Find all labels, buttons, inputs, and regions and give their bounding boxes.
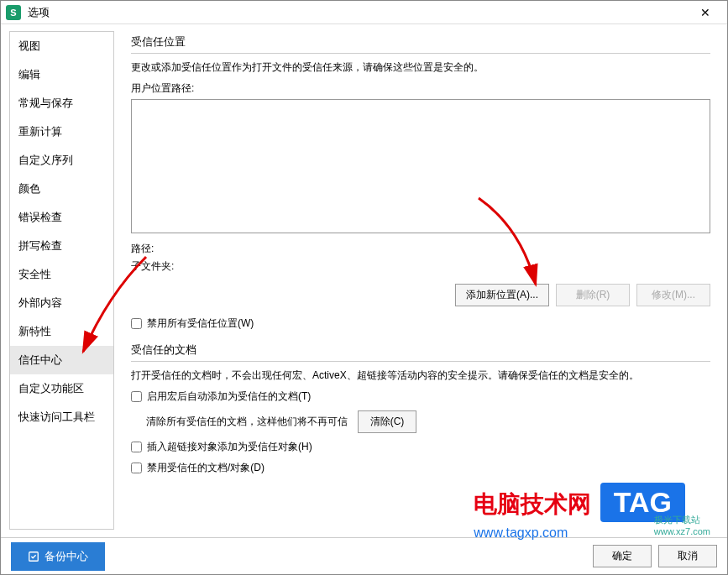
user-path-label: 用户位置路径:: [131, 81, 710, 96]
trusted-docs-title: 受信任的文档: [131, 342, 710, 362]
clear-desc: 清除所有受信任的文档，这样他们将不再可信: [146, 415, 348, 429]
backup-center-label: 备份中心: [45, 549, 88, 564]
modify-button: 修改(M)...: [636, 284, 710, 306]
backup-center-button[interactable]: 备份中心: [11, 542, 105, 571]
close-button[interactable]: ✕: [689, 1, 722, 24]
titlebar: S 选项 ✕: [1, 1, 727, 24]
disable-all-trusted-checkbox-row[interactable]: 禁用所有受信任位置(W): [131, 316, 710, 331]
path-label: 路径:: [131, 242, 190, 256]
sidebar-item-general-save[interactable]: 常规与保存: [10, 89, 113, 118]
subfolder-row: 子文件夹:: [131, 259, 710, 274]
sidebar-item-recalc[interactable]: 重新计算: [10, 118, 113, 146]
footer: 备份中心 确定 取消: [1, 537, 727, 574]
auto-add-checkbox-row[interactable]: 启用宏后自动添加为受信任的文档(T): [131, 389, 710, 404]
disable-all-trusted-label: 禁用所有受信任位置(W): [147, 316, 254, 331]
backup-icon: [28, 551, 39, 562]
hyperlink-checkbox[interactable]: [131, 442, 142, 452]
sidebar-item-external[interactable]: 外部内容: [10, 289, 113, 317]
trusted-location-desc: 更改或添加受信任位置作为打开文件的受信任来源，请确保这些位置是安全的。: [131, 60, 710, 75]
disable-docs-label: 禁用受信任的文档/对象(D): [147, 461, 264, 475]
path-row: 路径:: [131, 242, 710, 256]
sidebar-item-view[interactable]: 视图: [10, 32, 113, 60]
auto-add-label: 启用宏后自动添加为受信任的文档(T): [147, 389, 311, 404]
trusted-docs-desc: 打开受信任的文档时，不会出现任何宏、ActiveX、超链接等活动内容的安全提示。…: [131, 369, 710, 383]
close-icon: ✕: [700, 6, 710, 19]
main: 视图 编辑 常规与保存 重新计算 自定义序列 颜色 错误检查 拼写检查 安全性 …: [1, 24, 727, 536]
disable-docs-checkbox[interactable]: [131, 463, 142, 473]
sidebar-item-quick-access[interactable]: 快速访问工具栏: [10, 403, 113, 431]
sidebar-item-security[interactable]: 安全性: [10, 260, 113, 289]
clear-row: 清除所有受信任的文档，这样他们将不再可信 清除(C): [146, 410, 710, 433]
delete-button: 删除(R): [556, 284, 630, 306]
trusted-location-title: 受信任位置: [131, 34, 710, 54]
sidebar-item-trust-center[interactable]: 信任中心: [10, 346, 113, 374]
sidebar-item-custom-ribbon[interactable]: 自定义功能区: [10, 374, 113, 403]
sidebar: 视图 编辑 常规与保存 重新计算 自定义序列 颜色 错误检查 拼写检查 安全性 …: [9, 31, 114, 530]
hyperlink-checkbox-row[interactable]: 插入超链接对象添加为受信任对象(H): [131, 440, 710, 454]
sidebar-item-color[interactable]: 颜色: [10, 175, 113, 203]
hyperlink-label: 插入超链接对象添加为受信任对象(H): [147, 440, 312, 454]
sidebar-item-new-feature[interactable]: 新特性: [10, 317, 113, 346]
trusted-button-row: 添加新位置(A)... 删除(R) 修改(M)...: [131, 284, 710, 306]
sidebar-item-spell-check[interactable]: 拼写检查: [10, 232, 113, 260]
disable-all-trusted-checkbox[interactable]: [131, 318, 142, 329]
sidebar-item-custom-seq[interactable]: 自定义序列: [10, 146, 113, 175]
disable-docs-checkbox-row[interactable]: 禁用受信任的文档/对象(D): [131, 461, 710, 475]
clear-button[interactable]: 清除(C): [358, 410, 416, 433]
ok-button[interactable]: 确定: [593, 545, 652, 567]
app-icon: S: [6, 5, 21, 20]
subfolder-label: 子文件夹:: [131, 259, 190, 274]
add-location-button[interactable]: 添加新位置(A)...: [455, 284, 549, 306]
cancel-button[interactable]: 取消: [658, 545, 717, 567]
window-title: 选项: [28, 5, 689, 20]
sidebar-item-error-check[interactable]: 错误检查: [10, 203, 113, 232]
auto-add-checkbox[interactable]: [131, 391, 142, 402]
content-panel: 受信任位置 更改或添加受信任位置作为打开文件的受信任来源，请确保这些位置是安全的…: [114, 24, 727, 536]
trusted-locations-listbox[interactable]: [131, 99, 710, 233]
sidebar-item-edit[interactable]: 编辑: [10, 60, 113, 89]
